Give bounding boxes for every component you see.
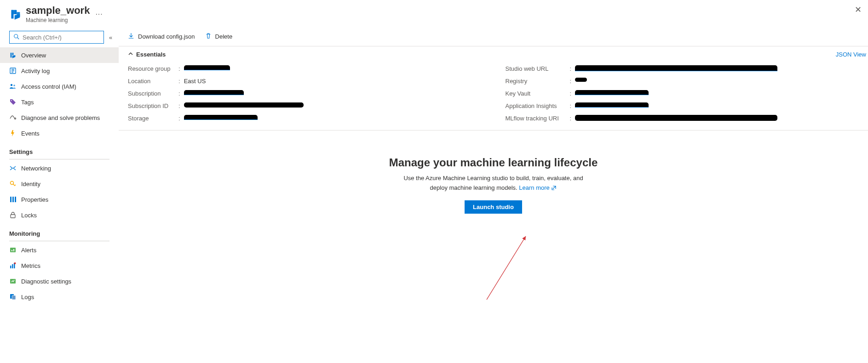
colon: : [570, 102, 575, 109]
essentials-row-location: Location:East US [128, 75, 487, 87]
hero-title: Manage your machine learning lifecycle [119, 156, 868, 169]
sidebar-item-label: Activity log [21, 68, 50, 74]
sidebar-item-diagnostic-settings[interactable]: Diagnostic settings [0, 273, 119, 289]
sidebar-item-label: Overview [21, 52, 46, 59]
sidebar-item-label: Access control (IAM) [21, 83, 76, 90]
svg-line-1 [17, 38, 19, 40]
essentials-value[interactable] [575, 65, 864, 71]
sidebar-item-metrics[interactable]: Metrics [0, 258, 119, 273]
redacted-value [575, 65, 777, 71]
svg-rect-8 [10, 197, 11, 202]
essentials-value [575, 115, 864, 121]
alerts-icon [9, 246, 17, 254]
redacted-value [184, 115, 258, 120]
sidebar-item-label: Metrics [21, 262, 40, 269]
redacted-value [184, 102, 304, 108]
essentials-row-application-insights: Application Insights: [506, 100, 865, 112]
search-icon [13, 34, 20, 41]
essentials-value [575, 78, 864, 82]
essentials-label: Location [128, 78, 178, 85]
download-icon [128, 33, 134, 40]
sidebar-item-alerts[interactable]: Alerts [0, 242, 119, 258]
sidebar-item-label: Events [21, 130, 40, 137]
json-view-link[interactable]: JSON View [836, 51, 868, 58]
sidebar-item-events[interactable]: Events [0, 125, 119, 141]
sidebar-item-networking[interactable]: Networking [0, 160, 119, 176]
sidebar-item-locks[interactable]: Locks [0, 207, 119, 223]
overview-icon [9, 51, 17, 59]
essentials-row-mlflow-tracking-uri: MLflow tracking URI: [506, 112, 865, 125]
svg-rect-19 [12, 295, 16, 300]
page-title: sample_work [26, 5, 90, 17]
hero: Manage your machine learning lifecycle U… [119, 130, 868, 214]
sidebar-item-identity[interactable]: Identity [0, 176, 119, 192]
redacted-value [184, 65, 230, 70]
essentials-label: Subscription [128, 90, 178, 97]
divider [9, 159, 109, 159]
launch-studio-button[interactable]: Launch studio [465, 200, 522, 214]
colon: : [570, 90, 575, 97]
sidebar-item-access-control-iam[interactable]: Access control (IAM) [0, 79, 119, 94]
delete-button[interactable]: Delete [205, 33, 233, 40]
essentials-value[interactable] [184, 115, 487, 120]
essentials-toggle[interactable]: Essentials [128, 51, 166, 58]
sidebar-item-properties[interactable]: Properties [0, 192, 119, 207]
sidebar-item-activity-log[interactable]: Activity log [0, 63, 119, 79]
essentials-value[interactable] [184, 65, 487, 70]
sidebar-item-tags[interactable]: Tags [0, 94, 119, 110]
access-control-icon [9, 83, 17, 90]
page-subtitle: Machine learning [26, 17, 90, 23]
colon: : [178, 78, 184, 85]
svg-rect-12 [10, 248, 16, 252]
essentials-row-studio-web-url: Studio web URL: [506, 62, 865, 75]
sidebar-item-diagnose-and-solve-problems[interactable]: Diagnose and solve problems [0, 110, 119, 125]
diagnostic-settings-icon [9, 278, 17, 285]
chevron-up-icon [128, 51, 133, 58]
events-icon [9, 130, 17, 137]
networking-icon [9, 164, 17, 172]
essentials-value[interactable] [575, 90, 864, 95]
sidebar-item-label: Alerts [21, 247, 36, 254]
search-input-wrapper[interactable] [9, 31, 104, 44]
download-config-button[interactable]: Download config.json [128, 33, 195, 40]
trash-icon [205, 33, 212, 40]
sidebar-item-logs[interactable]: Logs [0, 289, 119, 305]
essentials-heading: Essentials [136, 51, 166, 58]
search-input[interactable] [23, 34, 100, 41]
svg-line-20 [487, 236, 526, 300]
essentials-value[interactable] [575, 102, 864, 108]
sidebar-item-label: Diagnose and solve problems [21, 114, 100, 121]
svg-rect-11 [11, 215, 15, 218]
colon: : [178, 115, 184, 122]
sidebar-item-label: Locks [21, 212, 37, 219]
svg-point-5 [11, 100, 12, 101]
essentials-row-key-vault: Key Vault: [506, 87, 865, 100]
essentials-value[interactable] [184, 90, 487, 95]
essentials-label: Subscription ID [128, 102, 178, 109]
ml-workspace-icon [9, 8, 22, 21]
close-button[interactable]: ✕ [855, 5, 862, 15]
identity-icon [9, 180, 17, 187]
hero-description: Use the Azure Machine Learning studio to… [397, 174, 590, 193]
essentials-row-storage: Storage: [128, 112, 487, 125]
more-actions-button[interactable]: ··· [95, 10, 103, 18]
header: sample_work Machine learning ··· ✕ [0, 0, 868, 26]
redacted-value [575, 115, 777, 121]
logs-icon [9, 293, 17, 301]
delete-label: Delete [215, 33, 233, 40]
learn-more-link[interactable]: Learn more [519, 184, 557, 191]
collapse-sidebar-button[interactable]: « [108, 33, 114, 42]
svg-rect-14 [12, 264, 13, 268]
essentials-row-registry: Registry: [506, 75, 865, 87]
essentials-label: Storage [128, 115, 178, 122]
sidebar-item-label: Logs [21, 294, 34, 301]
divider [9, 241, 109, 241]
essentials-label: Studio web URL [506, 65, 570, 72]
sidebar-item-overview[interactable]: Overview [0, 47, 119, 63]
essentials-row-subscription: Subscription: [128, 87, 487, 100]
sidebar-item-label: Diagnostic settings [21, 278, 71, 285]
colon: : [178, 65, 184, 72]
svg-point-4 [13, 85, 15, 87]
diagnose-icon [9, 114, 17, 121]
colon: : [178, 90, 184, 97]
